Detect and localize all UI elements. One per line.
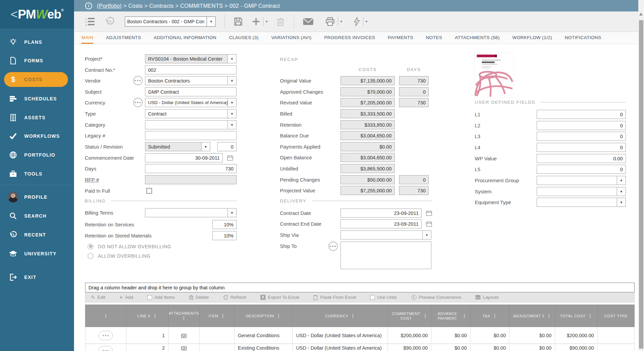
sidebar-item-plans[interactable]: PLANS xyxy=(0,35,74,50)
actions-menu-chevron-icon[interactable]: ▼ xyxy=(365,20,368,23)
tab-notes[interactable]: NOTES xyxy=(426,32,442,44)
chevron-down-icon[interactable]: ▼ xyxy=(227,209,236,217)
tab-variations[interactable]: VARIATIONS (AVI) xyxy=(271,32,312,44)
sidebar-item-exit[interactable]: EXIT xyxy=(0,270,74,285)
legacy-input[interactable] xyxy=(145,131,237,140)
chevron-down-icon[interactable]: ▼ xyxy=(422,231,431,239)
project-select[interactable]: RVS0104 - Boston Medical Center ▼ xyxy=(145,54,237,63)
ship-to-textarea[interactable] xyxy=(341,242,431,269)
subject-input[interactable]: GMP Contract xyxy=(145,87,237,96)
rfp-link[interactable]: RFP # xyxy=(85,175,99,184)
grid-header-menu[interactable]: ⋮ xyxy=(85,305,127,327)
grid-layouts-button[interactable]: Layouts xyxy=(475,295,499,300)
attachments-link[interactable]: (0) xyxy=(181,333,187,338)
email-button[interactable] xyxy=(303,18,314,26)
sidebar-item-portfolio[interactable]: PORTFOLIO xyxy=(0,148,74,162)
chevron-down-icon[interactable]: ▼ xyxy=(201,142,210,151)
grid-header-total-cost[interactable]: TOTAL COST⋮ xyxy=(555,305,598,327)
tab-notifications[interactable]: NOTIFICATIONS xyxy=(565,32,601,44)
grid-preview-conversions-button[interactable]: $Preview Conversions xyxy=(411,295,462,300)
chevron-down-icon[interactable]: ▼ xyxy=(227,98,236,107)
tab-main[interactable]: MAIN xyxy=(81,32,93,44)
grid-header-advance-payment[interactable]: ADVANCE PAYMENT⋮ xyxy=(431,305,470,327)
days-input[interactable]: 730 xyxy=(145,164,237,173)
sidebar-item-forms[interactable]: FORMS xyxy=(0,53,74,68)
sidebar-item-schedules[interactable]: SCHEDULES xyxy=(0,91,74,106)
contract-no-input[interactable]: 002 xyxy=(145,65,237,74)
grid-header-cost-type[interactable]: COST TYPE xyxy=(598,305,635,327)
paid-in-full-checkbox[interactable] xyxy=(146,188,152,194)
system-select[interactable]: ▼ xyxy=(537,187,626,196)
vendor-lookup-button[interactable]: ●●● xyxy=(133,76,143,85)
sidebar-item-recent[interactable]: RECENT xyxy=(0,227,74,242)
row-actions-button[interactable]: ●●● xyxy=(99,331,113,340)
grid-paste-excel-button[interactable]: Paste From Excel xyxy=(313,295,356,300)
contract-end-date-input[interactable]: 23-09-2011 xyxy=(341,219,422,228)
chevron-down-icon[interactable]: ▼ xyxy=(227,121,236,129)
billing-terms-select[interactable]: ▼ xyxy=(145,208,237,217)
list-view-button[interactable]: 123 xyxy=(85,17,95,26)
grid-header-line[interactable]: LINE #⋮ xyxy=(127,305,169,327)
tab-workflow[interactable]: WORKFLOW (1/2) xyxy=(512,32,552,44)
grid-add-items-button[interactable]: Add Items xyxy=(147,295,175,300)
currency-lookup-button[interactable]: ●●● xyxy=(133,98,143,107)
calendar-icon[interactable] xyxy=(227,155,233,161)
print-button[interactable] xyxy=(325,17,335,26)
vertical-scrollbar[interactable] xyxy=(638,0,644,351)
revision-input[interactable]: 0 xyxy=(217,142,237,151)
history-button[interactable] xyxy=(105,17,115,27)
record-selector[interactable]: Boston Contractors - 002 - GMP Con ▼ xyxy=(125,17,216,27)
print-menu-chevron-icon[interactable]: ▼ xyxy=(340,20,343,23)
sidebar-item-assets[interactable]: ASSETS xyxy=(0,110,74,125)
category-select[interactable]: ▼ xyxy=(145,120,237,129)
grid-header-attachments[interactable]: ATTACHMENTS⋮ xyxy=(169,305,200,327)
chevron-down-icon[interactable]: ▼ xyxy=(617,187,625,196)
tab-adjustments[interactable]: ADJUSTMENTS xyxy=(106,32,141,44)
grid-add-button[interactable]: +Add xyxy=(119,294,133,301)
info-icon[interactable]: i xyxy=(85,2,92,9)
commencement-date-input[interactable]: 30-09-2011 xyxy=(145,153,223,162)
calendar-icon[interactable] xyxy=(426,221,432,227)
sidebar-item-university[interactable]: UNIVERSITY xyxy=(0,246,74,261)
tab-progress-invoices[interactable]: PROGRESS INVOICES xyxy=(324,32,375,44)
calendar-icon[interactable] xyxy=(426,210,432,216)
attachments-link[interactable]: (0) xyxy=(181,345,187,351)
tab-attachments[interactable]: ATTACHMENTS (56) xyxy=(455,32,500,44)
grid-header-tax[interactable]: TAX⋮ xyxy=(470,305,509,327)
grid-refresh-button[interactable]: Refresh xyxy=(223,295,246,300)
scrollbar-thumb[interactable] xyxy=(639,20,643,349)
chevron-down-icon[interactable]: ▼ xyxy=(227,109,236,118)
allow-overbilling-radio[interactable] xyxy=(87,253,94,259)
procurement-group-select[interactable]: ▼ xyxy=(537,176,626,185)
ship-via-select[interactable]: ▼ xyxy=(341,230,431,240)
udf-l5-input[interactable]: 0 xyxy=(537,165,626,174)
row-actions-button[interactable]: ●●● xyxy=(99,346,113,351)
chevron-down-icon[interactable]: ▼ xyxy=(227,76,236,85)
actions-lightning-button[interactable] xyxy=(353,17,360,26)
status-select[interactable]: Submitted ▼ xyxy=(145,142,210,151)
tab-clauses[interactable]: CLAUSES (3) xyxy=(229,32,259,44)
chevron-down-icon[interactable]: ▼ xyxy=(227,55,236,63)
sidebar-item-workflows[interactable]: WORKFLOWS xyxy=(0,129,74,143)
grid-header-adjustment2[interactable]: ADJUSTMENT 2⋮ xyxy=(509,305,555,327)
chevron-down-icon[interactable]: ▼ xyxy=(617,198,625,206)
retention-services-input[interactable]: 10% xyxy=(212,220,237,229)
ship-to-lookup-button[interactable]: ●●● xyxy=(328,242,338,251)
grid-header-description[interactable]: DESCRIPTION⋮ xyxy=(235,305,293,327)
grid-use-units-checkbox[interactable]: Use Units xyxy=(370,295,397,300)
save-button[interactable] xyxy=(234,17,243,26)
grid-header-commitment-cost[interactable]: COMMITMENT COST⋮ xyxy=(388,305,431,327)
udf-l1-input[interactable]: 0 xyxy=(537,110,626,119)
document-thumbnail[interactable] xyxy=(475,53,513,97)
udf-l2-input[interactable]: 0 xyxy=(537,121,626,130)
chevron-down-icon[interactable]: ▼ xyxy=(207,17,215,26)
sidebar-item-profile[interactable]: PROFILE xyxy=(0,190,74,204)
tab-additional-information[interactable]: ADDITIONAL INFORMATION xyxy=(154,32,217,44)
retention-stored-input[interactable]: 10% xyxy=(212,231,237,240)
delete-button[interactable] xyxy=(276,17,285,26)
type-select[interactable]: Contract ▼ xyxy=(145,109,237,118)
add-menu-chevron-icon[interactable]: ▼ xyxy=(265,20,268,23)
grid-header-item[interactable]: ITEM⋮ xyxy=(200,305,235,327)
chevron-down-icon[interactable]: ▼ xyxy=(617,176,625,185)
grid-edit-button[interactable]: ✎Edit xyxy=(91,294,105,300)
